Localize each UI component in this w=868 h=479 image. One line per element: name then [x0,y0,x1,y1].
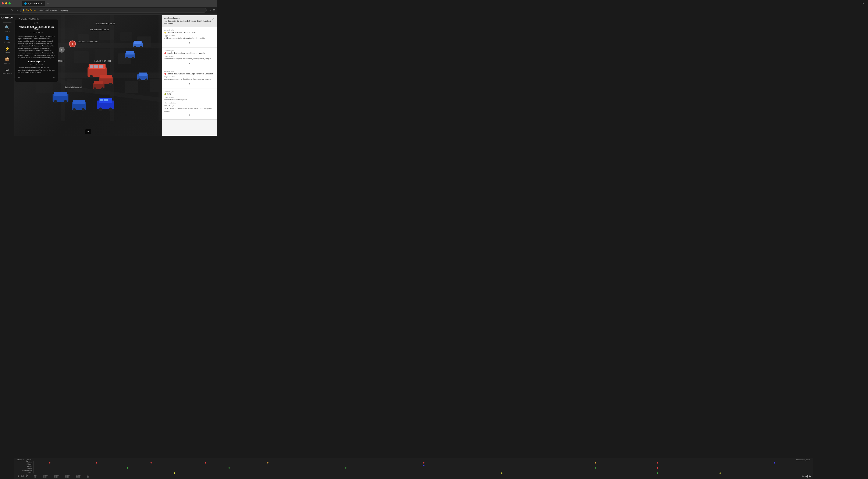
according-name-0: Chofer Estrella de Oro 1531 - CH2 [164,32,214,34]
according-to-label-2: According to [164,70,214,72]
comm-a-label: A: [164,107,166,110]
panel-header-text: 4 selected events en: Detención del auto… [164,17,212,25]
event-card-1: According to Familia de Estudiante Israe… [162,48,217,68]
sidebar: AYOTZINAPA 🔍 Search 👤 People ⚡ Actions 📦… [0,15,14,136]
actions-label: Actions [4,52,10,54]
event-card-3: According to GIEI Type of action comunic… [162,88,217,120]
source-text-3: GIEI [167,93,171,95]
titlebar: 🌐 Ayotzinapa ✕ + ⊟ [0,0,217,7]
search-icon: 🔍 [5,25,9,30]
sidebar-item-actions[interactable]: ⚡ Actions [0,45,14,55]
panel-close-btn[interactable]: ✕ [212,17,214,20]
svg-rect-19 [150,79,162,92]
bookmark-icon[interactable]: ☆ [209,8,212,12]
card-body1: The number of patrol cars increased. At … [18,35,55,59]
back-btn[interactable]: ‹ [2,8,4,12]
panel-header: 4 selected events en: Detención del auto… [162,15,217,27]
type-label-1: Type of action [164,55,214,57]
close-traffic-light[interactable] [2,2,4,4]
svg-rect-13 [110,15,114,121]
card-nav-arrows: ← → [18,76,55,79]
not-secure-label: Not Secure [26,9,37,11]
card-time2: 22:00 to 22:25 [18,63,55,65]
communication-section-3: Communication De: De: - (-) A: A: - (Det… [164,102,214,113]
according-name-2: Familia de Estudiante José Ángel Navarre… [164,73,214,75]
card-counter: 2 / 6. [18,22,55,24]
browser-chrome: 🌐 Ayotzinapa ✕ + ⊟ ‹ › ↻ ⌂ 🔒 Not Secure … [0,0,217,15]
source-text-1: Familia de Estudiante Israel Jacinto Lug… [167,52,205,54]
people-icon: 👤 [5,36,9,40]
right-panel: 4 selected events en: Detención del auto… [162,15,217,136]
sidebar-item-people[interactable]: 👤 People [0,34,14,45]
svg-rect-12 [61,15,65,121]
marker-4[interactable]: 4 [69,40,76,47]
active-tab[interactable]: 🌐 Ayotzinapa ✕ [22,1,45,6]
tab-close-btn[interactable]: ✕ [41,2,42,5]
card-time1: 22:00 to 22:25 [18,31,55,33]
type-value-0: evidencia recolectada, interceptación, o… [164,37,214,40]
new-tab-btn[interactable]: + [46,1,50,6]
info-card: 2 / 6. Palacio de Justicia - Estrella de… [15,20,58,82]
according-name-1: Familia de Estudiante Israel Jacinto Lug… [164,52,214,54]
extensions-icon[interactable]: ⊞ [213,8,215,12]
source-text-0: Chofer Estrella de Oro 1531 - CH2 [167,32,196,34]
search-label: Search [4,31,10,32]
tab-favicon: 🌐 [24,2,27,5]
type-label-0: Type of action [164,35,214,37]
map-area: ← VOLVER AL MAPA 2 / 6. Palacio de Justi… [14,15,162,136]
source-dot-3 [164,93,166,95]
expand-btn-1[interactable]: ▾ [164,61,214,66]
according-to-label-3: According to [164,91,214,92]
event-card-2: According to Familia de Estudiante José … [162,68,217,89]
app-logo: AYOTZINAPA [1,17,13,19]
sidebar-item-crime-scenes[interactable]: 🗂 Crime scenes [0,66,14,76]
marker-1[interactable]: 1 [59,47,65,53]
minimize-traffic-light[interactable] [5,2,7,4]
crime-scenes-label: Crime scenes [2,73,12,74]
event-card-0: According to Chofer Estrella de Oro 1531… [162,27,217,48]
svg-rect-15 [36,81,53,93]
selected-count: 4 selected events [164,17,180,19]
card-prev-btn[interactable]: ← [18,76,21,79]
according-to-label-0: According to [164,29,214,31]
objects-icon: 📦 [5,57,9,62]
forward-btn[interactable]: › [6,8,8,12]
address-bar[interactable]: 🔒 Not Secure www.plataforma-ayotzinapa.o… [20,8,207,12]
source-text-2: Familia de Estudiante José Ángel Navarre… [167,73,213,75]
type-label-3: Type of action [164,96,214,98]
svg-rect-2 [78,34,89,42]
expand-btn-0[interactable]: ▾ [164,40,214,45]
source-dot-1 [164,52,166,54]
svg-rect-7 [74,51,89,63]
expand-btn-3[interactable]: ▾ [164,113,214,117]
location-name: Detención del autobús Estrella de Oro 15… [164,20,211,25]
crime-scenes-icon: 🗂 [5,68,9,72]
source-dot-2 [164,73,166,74]
comm-label-3: Communication [164,102,214,104]
card-title: Palacio de Justicia - Estrella de Oro 15… [18,26,55,31]
reload-btn[interactable]: ↻ [9,8,14,12]
sidebar-item-search[interactable]: 🔍 Search [0,24,14,34]
home-btn[interactable]: ⌂ [15,8,19,12]
tab-title: Ayotzinapa [28,2,39,5]
according-to-label-1: According to [164,50,214,52]
scroll-down-btn[interactable]: ▼ [85,129,91,134]
lock-icon: 🔒 [22,9,25,11]
type-value-3: comunicación, investigación [164,99,214,101]
svg-rect-9 [118,54,131,64]
svg-rect-4 [120,32,132,41]
expand-btn-2[interactable]: ▾ [164,82,214,86]
sidebar-item-objects[interactable]: 📦 Objects [0,55,14,66]
svg-rect-18 [125,81,138,93]
location-text: en: Detención del autobús Estrella de Or… [164,20,212,25]
card-next-btn[interactable]: → [52,76,55,79]
maximize-traffic-light[interactable] [8,2,10,4]
comm-de-label: De: [164,104,168,107]
people-label: People [4,41,10,43]
url-text: www.plataforma-ayotzinapa.org [39,9,68,11]
type-label-2: Type of action [164,76,214,78]
comm-de-3: De: De: - (-) [164,104,214,107]
objects-label: Objects [4,62,10,64]
location-prefix: en: [164,20,167,22]
source-dot-0 [164,32,166,33]
